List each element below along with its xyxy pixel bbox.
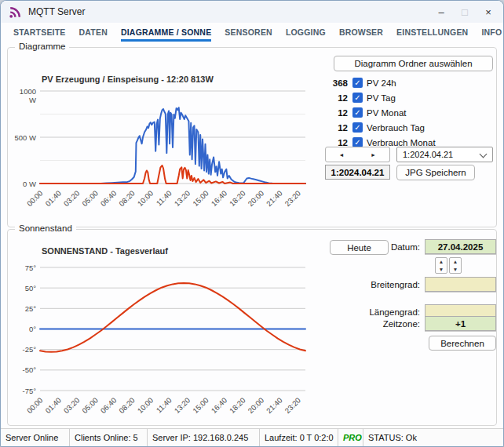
tab-bar: STARTSEITEDATENDIAGRAMME / SONNESENSOREN…: [1, 23, 503, 42]
status-server-online: Server Online: [1, 429, 70, 446]
series-label: Verbrauch Tag: [367, 123, 425, 133]
series-label: Verbrauch Monat: [367, 138, 436, 147]
svg-text:16:40: 16:40: [210, 189, 229, 209]
tab-einstellungen[interactable]: EINSTELLUNGEN: [396, 23, 468, 39]
sun-chart: 75°50°25°0°-25°-50°-75°00:0001:4003:2005…: [12, 236, 327, 423]
diagramme-legend: Diagramme: [15, 42, 69, 51]
spin-up-icon[interactable]: ▲: [436, 258, 447, 266]
svg-text:25°: 25°: [25, 304, 37, 313]
svg-text:PV Erzeugung / Einspeisung - 1: PV Erzeugung / Einspeisung - 12:20 813W: [42, 74, 214, 84]
status-clients-online: Clients Online: 5: [70, 429, 148, 446]
svg-text:-25°: -25°: [22, 345, 36, 354]
svg-text:00:00: 00:00: [25, 189, 45, 209]
app-window: MQTT Server – □ × STARTSEITEDATENDIAGRAM…: [0, 0, 504, 447]
svg-text:11:40: 11:40: [155, 189, 173, 208]
series-row: 12✓Verbrauch Tag: [323, 120, 494, 135]
svg-text:00:00: 00:00: [25, 396, 45, 416]
status-bar: Server OnlineClients Online: 5Server IP:…: [1, 428, 503, 446]
datum-label: Datum:: [391, 242, 420, 252]
svg-text:23:20: 23:20: [283, 396, 302, 416]
heute-button[interactable]: Heute: [330, 240, 389, 255]
tab-sensoren[interactable]: SENSOREN: [225, 23, 272, 39]
series-count: 368: [323, 78, 348, 88]
date-spinner-right: ▲ ▼: [449, 257, 462, 274]
tab-info[interactable]: INFO: [481, 23, 502, 39]
svg-text:21:40: 21:40: [265, 396, 284, 416]
tab-browser[interactable]: BROWSER: [339, 23, 383, 39]
datum-field[interactable]: 27.04.2025: [425, 239, 496, 254]
svg-text:0 W: 0 W: [23, 180, 36, 188]
tab-diagramme-sonne[interactable]: DIAGRAMME / SONNE: [121, 23, 211, 42]
svg-text:20:00: 20:00: [246, 189, 265, 209]
svg-text:1000W: 1000W: [20, 87, 36, 104]
berechnen-button[interactable]: Berechnen: [429, 336, 496, 351]
jpg-speichern-button[interactable]: JPG Speichern: [396, 165, 475, 180]
next-diagram-button[interactable]: ►: [357, 147, 390, 162]
svg-text:-50°: -50°: [22, 365, 36, 374]
selected-diagram-label: 1:2024.04.21: [325, 165, 390, 180]
date-spinner-left: ▲ ▼: [435, 257, 447, 274]
svg-text:08:20: 08:20: [117, 396, 137, 416]
svg-text:08:20: 08:20: [117, 189, 137, 209]
svg-text:15:00: 15:00: [191, 396, 210, 416]
minimize-button[interactable]: –: [429, 1, 453, 23]
tab-logging[interactable]: LOGGING: [286, 23, 326, 39]
window-title: MQTT Server: [28, 6, 85, 17]
zeitzone-label: Zeitzone:: [383, 319, 420, 329]
svg-text:18:20: 18:20: [228, 189, 247, 209]
svg-text:50°: 50°: [25, 284, 37, 293]
svg-text:03:20: 03:20: [62, 396, 82, 416]
checkbox-pv-tag[interactable]: ✓: [352, 93, 363, 103]
laengengrad-label: Längengrad:: [369, 307, 420, 317]
checkbox-pv-monat[interactable]: ✓: [352, 107, 363, 118]
svg-text:75°: 75°: [25, 263, 37, 272]
series-count: 12: [323, 138, 348, 147]
series-row: 12✓PV Monat: [323, 105, 494, 120]
tab-startseite[interactable]: STARTSEITE: [13, 23, 66, 39]
series-row: 368✓PV 24h: [323, 75, 494, 90]
breitengrad-field[interactable]: [425, 277, 496, 292]
svg-text:11:40: 11:40: [155, 396, 173, 415]
series-label: PV 24h: [367, 78, 396, 88]
zeitzone-field[interactable]: +1: [425, 316, 496, 331]
tab-daten[interactable]: DATEN: [79, 23, 108, 39]
checkbox-verbrauch-tag[interactable]: ✓: [352, 122, 363, 133]
svg-text:500 W: 500 W: [15, 133, 36, 142]
svg-text:0°: 0°: [29, 325, 36, 333]
spin-down-icon[interactable]: ▼: [450, 266, 461, 274]
diagramm-ordner-button[interactable]: Diagramm Ordner auswählen: [334, 56, 493, 71]
svg-text:-75°: -75°: [22, 387, 36, 395]
sonnenstand-legend: Sonnenstand: [15, 224, 76, 233]
title-bar: MQTT Server – □ ×: [1, 1, 503, 23]
spin-up-icon[interactable]: ▲: [450, 258, 461, 266]
mqtt-logo-icon: [9, 5, 22, 19]
svg-text:05:00: 05:00: [80, 189, 100, 209]
svg-text:SONNENSTAND - Tagesverlauf: SONNENSTAND - Tagesverlauf: [42, 246, 168, 256]
series-list: 368✓PV 24h12✓PV Tag12✓PV Monat12✓Verbrau…: [323, 75, 494, 150]
breitengrad-label: Breitengrad:: [371, 280, 420, 289]
checkbox-pv-24h[interactable]: ✓: [352, 78, 363, 88]
series-label: PV Monat: [367, 108, 407, 118]
svg-text:21:40: 21:40: [265, 189, 284, 209]
status-server-ip: Server IP: 192.168.0.245: [148, 429, 260, 446]
spin-down-icon[interactable]: ▼: [436, 266, 447, 274]
chevron-down-icon: [480, 151, 488, 158]
svg-text:20:00: 20:00: [246, 396, 265, 416]
svg-text:03:20: 03:20: [62, 189, 82, 209]
svg-text:13:20: 13:20: [173, 396, 192, 416]
pv-chart: 1000W500 W0 W00:0001:4003:2005:0006:4008…: [12, 71, 327, 214]
svg-text:10:00: 10:00: [136, 189, 155, 209]
svg-text:18:20: 18:20: [228, 396, 247, 416]
diagram-select[interactable]: 1:2024.04.21: [396, 147, 493, 162]
status-laufzeit: Laufzeit: 0 T 0:2:0: [260, 429, 338, 446]
maximize-button[interactable]: □: [453, 1, 477, 23]
status-pro: PRO: [338, 429, 363, 446]
svg-text:01:40: 01:40: [43, 189, 63, 209]
svg-text:10:00: 10:00: [136, 396, 155, 416]
svg-text:06:40: 06:40: [99, 396, 119, 416]
svg-text:05:00: 05:00: [80, 396, 100, 416]
series-count: 12: [323, 108, 348, 118]
series-count: 12: [323, 93, 348, 103]
prev-diagram-button[interactable]: ◄: [325, 147, 358, 162]
close-button[interactable]: ×: [477, 1, 500, 23]
